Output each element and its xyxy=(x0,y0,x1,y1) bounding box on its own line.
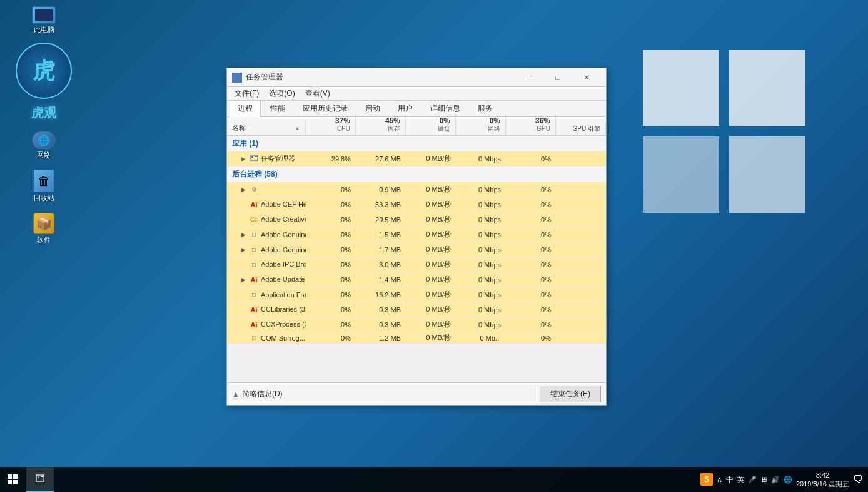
col-name-header[interactable]: 名称 ▲ xyxy=(227,121,306,135)
cpu-val: 0% xyxy=(306,291,356,299)
table-row[interactable]: ▶ □ COM Surrog... 0% 1.2 MB 0 MB/秒 0 Mb.… xyxy=(227,332,606,344)
svg-rect-7 xyxy=(8,474,12,479)
table-row[interactable]: ▶ □ Adobe Genuine Software Ser... 0% 1.7… xyxy=(227,242,606,257)
disk-val: 0 MB/秒 xyxy=(406,200,456,209)
desktop-icon-my-computer[interactable]: 此电脑 xyxy=(32,6,56,34)
net-val: 0 Mbps xyxy=(456,186,506,193)
column-headers: 名称 ▲ 37% CPU 45% 内存 0% 磁盘 0% 网络 36% GPU xyxy=(227,117,606,136)
table-row[interactable]: ▶ ⚙ 0% 0.9 MB 0 MB/秒 0 Mbps 0% xyxy=(227,182,606,197)
network-tray-icon[interactable]: 🌐 xyxy=(784,476,792,484)
cpu-val: 0% xyxy=(306,321,356,329)
brand-logo-area: 此电脑 虎 虎观 🌐 网络 🗑 回收站 📦 软件 xyxy=(13,6,75,245)
col-disk-header[interactable]: 0% 磁盘 xyxy=(406,115,456,135)
table-row[interactable]: ▶ 任务管理器 29.8% 27.6 MB 0 MB/秒 0 Mbps 0% xyxy=(227,151,606,167)
section-apps[interactable]: 应用 (1) xyxy=(227,136,606,151)
table-row[interactable]: ▶ □ Adobe Genuine Software Inte... 0% 1.… xyxy=(227,227,606,242)
disk-val: 0 MB/秒 xyxy=(406,154,456,163)
cpu-val: 0% xyxy=(306,334,356,342)
table-row[interactable]: ▶ Ai CCLibraries (32 位) 0% 0.3 MB 0 MB/秒… xyxy=(227,302,606,317)
my-computer-icon xyxy=(32,6,56,24)
tab-services[interactable]: 服务 xyxy=(470,100,501,116)
mem-val: 1.5 MB xyxy=(356,231,406,238)
brief-info-button[interactable]: ▲ 简略信息(D) xyxy=(232,389,283,399)
col-gpu-engine-header[interactable]: GPU 引擎 xyxy=(556,123,606,135)
software-label: 软件 xyxy=(37,235,51,245)
tab-processes[interactable]: 进程 xyxy=(230,100,261,117)
tab-performance[interactable]: 性能 xyxy=(262,100,293,116)
tray-clock[interactable]: 8:42 2019/8/16 星期五 xyxy=(796,471,849,489)
cpu-val: 29.8% xyxy=(306,155,356,163)
maximize-button[interactable]: □ xyxy=(543,68,572,87)
adobe-ipc-icon: □ xyxy=(250,260,258,269)
end-task-button[interactable]: 结束任务(E) xyxy=(540,386,601,402)
table-row[interactable]: ▶ Cc Adobe Creative Cloud (32 位) 0% 29.5… xyxy=(227,212,606,227)
cpu-val: 0% xyxy=(306,186,356,193)
svg-rect-4 xyxy=(251,155,258,161)
svg-rect-13 xyxy=(41,476,43,477)
cclib-icon: Ai xyxy=(250,305,258,314)
notification-icon[interactable]: 🗨 xyxy=(853,474,863,485)
svg-rect-3 xyxy=(238,77,240,78)
mem-val: 53.3 MB xyxy=(356,201,406,208)
my-computer-label: 此电脑 xyxy=(34,25,54,34)
table-row[interactable]: ▶ Ai CCXProcess (32 位) 0% 0.3 MB 0 MB/秒 … xyxy=(227,317,606,332)
ime-icon[interactable]: 中 xyxy=(726,474,734,485)
menu-file[interactable]: 文件(F) xyxy=(230,87,264,100)
tab-users[interactable]: 用户 xyxy=(390,100,421,116)
net-val: 0 Mbps xyxy=(456,321,506,329)
menu-bar: 文件(F) 选项(O) 查看(V) xyxy=(227,87,606,101)
adobe-gs-icon: □ xyxy=(250,230,258,239)
desktop-icon-recycle[interactable]: 🗑 回收站 xyxy=(33,170,54,203)
monitor-icon[interactable]: 🖥 xyxy=(760,476,767,483)
net-val: 0 Mbps xyxy=(456,231,506,238)
col-network-header[interactable]: 0% 网络 xyxy=(456,115,506,135)
gear-process-icon: ⚙ xyxy=(250,185,258,194)
cpu-val: 0% xyxy=(306,306,356,314)
table-row[interactable]: ▶ Ai Adobe CEF Helper (32 位) 0% 53.3 MB … xyxy=(227,197,606,212)
svg-rect-1 xyxy=(235,76,236,78)
menu-options[interactable]: 选项(O) xyxy=(264,87,300,100)
app-frame-icon: □ xyxy=(250,290,258,299)
adobe-upd-icon: Ai xyxy=(250,275,258,284)
desktop-icon-network[interactable]: 🌐 网络 xyxy=(32,131,56,160)
desktop-icon-software[interactable]: 📦 软件 xyxy=(33,213,54,245)
gpu-val: 0% xyxy=(506,216,556,223)
section-background[interactable]: 后台进程 (58) xyxy=(227,167,606,182)
disk-val: 0 MB/秒 xyxy=(406,305,456,314)
tab-startup[interactable]: 启动 xyxy=(357,100,388,116)
tab-details[interactable]: 详细信息 xyxy=(422,100,468,116)
col-memory-header[interactable]: 45% 内存 xyxy=(356,115,406,135)
mem-val: 27.6 MB xyxy=(356,155,406,163)
start-button[interactable] xyxy=(0,467,25,492)
col-cpu-header[interactable]: 37% CPU xyxy=(306,115,356,135)
cpu-val: 0% xyxy=(306,261,356,269)
windows-logo xyxy=(643,50,805,213)
adobe-gs2-icon: □ xyxy=(250,245,258,254)
show-hidden-icons[interactable]: ∧ xyxy=(717,475,722,484)
gpu-val: 0% xyxy=(506,276,556,284)
mem-val: 1.7 MB xyxy=(356,246,406,254)
menu-view[interactable]: 查看(V) xyxy=(300,87,335,100)
table-row[interactable]: ▶ □ Application Frame Host 0% 16.2 MB 0 … xyxy=(227,287,606,302)
net-val: 0 Mbps xyxy=(456,246,506,254)
s-app-icon[interactable]: S xyxy=(700,473,713,486)
col-gpu-header[interactable]: 36% GPU xyxy=(506,115,556,135)
gpu-val: 0% xyxy=(506,186,556,193)
mic-icon[interactable]: 🎤 xyxy=(748,476,757,484)
table-row[interactable]: ▶ □ Adobe IPC Broker (32 位) 0% 3.0 MB 0 … xyxy=(227,257,606,272)
minimize-button[interactable]: ─ xyxy=(515,68,543,87)
table-row[interactable]: ▶ Ai Adobe Update Service (32 位) 0% 1.4 … xyxy=(227,272,606,287)
tab-app-history[interactable]: 应用历史记录 xyxy=(295,100,356,116)
svg-rect-5 xyxy=(251,156,253,158)
net-val: 0 Mbps xyxy=(456,216,506,223)
mem-val: 16.2 MB xyxy=(356,291,406,299)
mem-val: 29.5 MB xyxy=(356,216,406,223)
volume-icon[interactable]: 🔊 xyxy=(771,476,780,484)
chevron-up-icon: ▲ xyxy=(232,390,240,399)
close-button[interactable]: ✕ xyxy=(572,68,601,87)
taskbar-tray: S ∧ 中 英 🎤 🖥 🔊 🌐 8:42 2019/8/16 星期五 🗨 xyxy=(700,471,868,489)
process-scroll-area[interactable]: 应用 (1) ▶ 任务管理器 29.8% 27.6 MB 0 MB/秒 0 Mb… xyxy=(227,136,606,382)
taskbar-task-manager[interactable] xyxy=(26,467,54,492)
ime-eng-icon[interactable]: 英 xyxy=(737,475,744,484)
gpu-val: 0% xyxy=(506,306,556,314)
